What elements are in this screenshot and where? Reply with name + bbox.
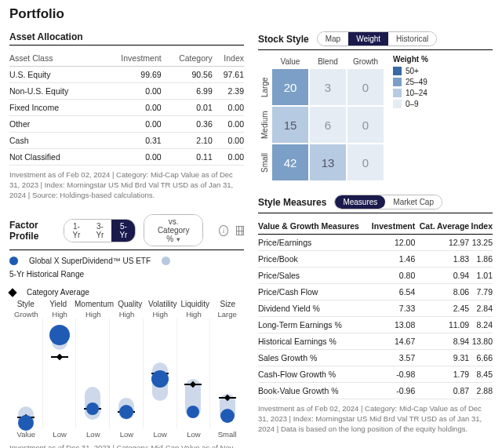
style-measures-tabs: Measures Market Cap (334, 195, 442, 209)
factor-top-label: Large (210, 310, 244, 319)
cell: 12.00 (368, 235, 415, 251)
factor-top-label: High (110, 310, 144, 319)
cell: 2.84 (469, 300, 493, 317)
table-row: Book-Value Growth %-0.960.872.88 (258, 383, 493, 399)
factor-category-marker (51, 356, 68, 358)
cell: 13.25 (469, 235, 493, 251)
cell: 0.80 (368, 268, 415, 284)
col-asset-class: Asset Class (9, 50, 100, 67)
row-large: Large (258, 69, 271, 105)
table-row: Fixed Income0.000.010.00 (9, 100, 244, 116)
cell: 3.57 (368, 350, 415, 366)
cell: Book-Value Growth % (258, 383, 368, 399)
cell: 0.00 (213, 133, 244, 149)
cell: 2.10 (162, 133, 213, 149)
style-cell: 13 (310, 144, 346, 180)
factor-value-dot (49, 325, 70, 345)
style-box-grid: Value Blend Growth Large 20 3 0 Medium 1… (258, 55, 384, 180)
factor-name: Size (212, 300, 244, 310)
legend-swatch (393, 67, 402, 75)
factor-category-marker (219, 397, 236, 399)
factor-bottom-label: Low (144, 428, 177, 439)
col-measure: Value & Growth Measures (258, 218, 368, 235)
factor-profile-heading: Factor Profile (9, 220, 56, 242)
factor-name: Momentum (75, 300, 114, 310)
factor-profile-footnote: Investment as of Dec 31, 2023 | Category… (9, 443, 244, 448)
style-measures-section: Style Measures Measures Market Cap Value… (258, 195, 493, 434)
legend-label: 50+ (406, 67, 419, 75)
cell: 6.54 (368, 284, 415, 300)
tab-weight[interactable]: Weight (348, 32, 388, 46)
cell: 2.88 (469, 383, 493, 399)
cell: Price/Earnings (258, 235, 368, 251)
table-row: Not Classified0.000.110.00 (9, 149, 244, 166)
cell: 0.00 (213, 149, 244, 166)
style-cell: 0 (347, 144, 384, 180)
legend-item: 10–24 (393, 89, 428, 97)
weight-legend: Weight % 50+25–4910–240–9 (393, 55, 428, 180)
asset-allocation-footnote: Investment as of Feb 02, 2024 | Category… (9, 170, 244, 200)
factor-name: Liquidity (179, 300, 212, 310)
cell: 1.01 (469, 268, 493, 284)
tab-1yr[interactable]: 1-Yr (64, 220, 88, 242)
factor-compare-dropdown[interactable]: vs. Category %▾ (144, 214, 203, 246)
style-cell: 0 (347, 69, 384, 105)
tab-measures[interactable]: Measures (335, 195, 385, 209)
asset-allocation-heading: Asset Allocation (9, 31, 244, 46)
cell: 7.33 (368, 300, 415, 317)
cell: Price/Book (258, 251, 368, 268)
cell: Dividend Yield % (258, 300, 368, 317)
style-measures-heading: Style Measures (258, 197, 326, 208)
table-view-icon[interactable] (236, 226, 244, 235)
legend-label: 10–24 (406, 89, 427, 97)
cell: Fixed Income (9, 100, 100, 116)
col-investment: Investment (368, 218, 415, 235)
stock-style-tabs: Map Weight Historical (317, 31, 438, 46)
style-cell: 20 (272, 69, 308, 105)
tab-map[interactable]: Map (318, 32, 348, 46)
tab-marketcap[interactable]: Market Cap (385, 195, 442, 209)
tab-3yr[interactable]: 3-Yr (88, 220, 111, 242)
factor-top-label: Growth (9, 310, 43, 319)
table-row: Other0.000.360.00 (9, 116, 244, 133)
col-blend: Blend (310, 55, 346, 67)
cell: Cash-Flow Growth % (258, 366, 368, 383)
cell: 8.94 (415, 333, 469, 350)
col-category: Category (162, 50, 213, 67)
cell: -0.98 (368, 366, 415, 383)
table-row: Price/Cash Flow6.548.067.79 (258, 284, 493, 300)
table-row: U.S. Equity99.6990.5697.61 (9, 67, 244, 83)
style-cell: 42 (272, 144, 308, 180)
tab-historical[interactable]: Historical (388, 32, 436, 46)
cell: 0.00 (100, 83, 162, 100)
cell: 6.99 (162, 83, 213, 100)
factor-bottom-label: Low (110, 428, 144, 439)
cell: 13.80 (469, 333, 493, 350)
info-icon[interactable]: i (219, 225, 227, 236)
legend-title: Weight % (393, 55, 428, 64)
factor-column (76, 319, 110, 428)
asset-allocation-table: Asset Class Investment Category Index U.… (9, 50, 244, 166)
factor-name: Quality (114, 300, 147, 310)
cell: Not Classified (9, 149, 100, 166)
table-row: Sales Growth %3.579.316.66 (258, 350, 493, 366)
table-row: Cash0.312.100.00 (9, 133, 244, 149)
cell: 8.45 (469, 366, 493, 383)
cell: 0.00 (100, 149, 162, 166)
legend-item: 0–9 (393, 100, 428, 108)
factor-value-dot (151, 370, 169, 388)
factor-column (9, 319, 43, 428)
cell: 99.69 (100, 67, 162, 83)
cell: 1.46 (368, 251, 415, 268)
factor-profile-section: Factor Profile 1-Yr 3-Yr 5-Yr vs. Catego… (9, 214, 244, 448)
compare-select[interactable]: vs. Category %▾ (144, 215, 202, 246)
tab-5yr[interactable]: 5-Yr (111, 220, 135, 242)
cell: 1.79 (415, 366, 469, 383)
factor-category-marker (184, 384, 202, 385)
cell: 0.31 (100, 133, 162, 149)
cell: 0.01 (162, 100, 213, 116)
legend-series-label: Global X SuperDividend™ US ETF (29, 257, 151, 265)
row-small: Small (258, 144, 271, 180)
style-measures-table: Value & Growth Measures Investment Cat. … (258, 218, 493, 399)
cell: Price/Cash Flow (258, 284, 368, 300)
